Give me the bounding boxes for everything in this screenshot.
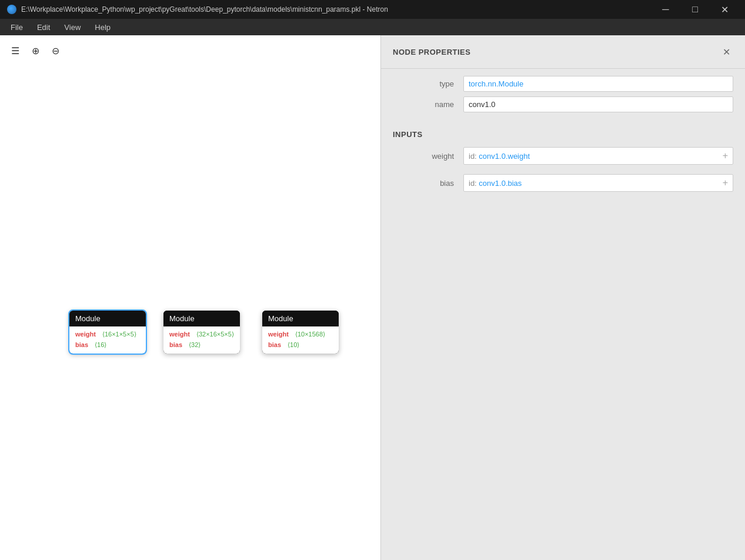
maximize-button[interactable]: □ — [681, 0, 709, 19]
module-node-1-weight-value: ⟨16×1×5×5⟩ — [102, 329, 136, 340]
bias-id-value: conv1.0.bias — [479, 179, 522, 188]
module-node-3-bias-row: bias ⟨10⟩ — [268, 340, 333, 351]
minimize-button[interactable]: ─ — [652, 0, 679, 19]
node-type-section: type torch.nn.Module name conv1.0 — [381, 69, 745, 124]
panel-close-button[interactable]: ✕ — [719, 45, 733, 59]
bias-input-row: bias id: conv1.0.bias + — [381, 171, 745, 195]
menu-file[interactable]: File — [5, 21, 29, 34]
toolbar: ☰ ⊕ ⊖ — [7, 42, 64, 59]
titlebar: E:\Workplace\Workplace_Python\wp_project… — [0, 0, 745, 19]
main-area: ☰ ⊕ ⊖ Module weight ⟨16×1×5×5⟩ bias — [0, 35, 745, 560]
weight-id-label: id: — [469, 152, 479, 161]
module-node-3-body: weight ⟨10×1568⟩ bias ⟨10⟩ — [262, 326, 339, 354]
module-node-3-weight-value: ⟨10×1568⟩ — [295, 329, 325, 340]
module-node-3-bias-label: bias — [268, 340, 281, 351]
bias-input-label: bias — [393, 179, 463, 188]
titlebar-left: E:\Workplace\Workplace_Python\wp_project… — [7, 5, 388, 14]
panel-header: NODE PROPERTIES ✕ — [381, 35, 745, 69]
panel-title: NODE PROPERTIES — [393, 48, 470, 56]
name-row: name conv1.0 — [393, 96, 733, 112]
name-label: name — [393, 100, 463, 109]
window-controls: ─ □ ✕ — [652, 0, 738, 19]
weight-input-text: id: conv1.0.weight — [469, 152, 530, 161]
weight-input-field[interactable]: id: conv1.0.weight + — [463, 147, 733, 165]
type-label: type — [393, 79, 463, 88]
list-icon: ☰ — [11, 45, 19, 56]
menubar: File Edit View Help — [0, 19, 745, 35]
bias-input-field[interactable]: id: conv1.0.bias + — [463, 174, 733, 192]
zoom-in-button[interactable]: ⊕ — [27, 42, 44, 59]
window-title: E:\Workplace\Workplace_Python\wp_project… — [21, 5, 388, 14]
zoom-out-button[interactable]: ⊖ — [47, 42, 64, 59]
list-button[interactable]: ☰ — [7, 42, 24, 59]
menu-help[interactable]: Help — [89, 21, 116, 34]
module-node-2-body: weight ⟨32×16×5×5⟩ bias ⟨32⟩ — [163, 326, 240, 354]
zoom-in-icon: ⊕ — [32, 45, 39, 56]
menu-view[interactable]: View — [58, 21, 86, 34]
module-node-1-weight-row: weight ⟨16×1×5×5⟩ — [75, 329, 140, 340]
module-node-1-bias-row: bias ⟨16⟩ — [75, 340, 140, 351]
module-node-2[interactable]: Module weight ⟨32×16×5×5⟩ bias ⟨32⟩ — [163, 311, 240, 354]
weight-plus-icon[interactable]: + — [723, 151, 728, 161]
weight-id-value: conv1.0.weight — [479, 152, 530, 161]
module-node-3-bias-value: ⟨10⟩ — [288, 340, 299, 351]
zoom-out-icon: ⊖ — [52, 45, 59, 56]
weight-input-label: weight — [393, 152, 463, 161]
module-node-2-weight-value: ⟨32×16×5×5⟩ — [196, 329, 234, 340]
module-node-2-weight-label: weight — [169, 329, 190, 340]
type-value: torch.nn.Module — [463, 76, 733, 92]
module-node-3[interactable]: Module weight ⟨10×1568⟩ bias ⟨10⟩ — [262, 311, 339, 354]
module-node-2-weight-row: weight ⟨32×16×5×5⟩ — [169, 329, 234, 340]
module-node-2-header: Module — [163, 311, 240, 326]
menu-edit[interactable]: Edit — [31, 21, 56, 34]
weight-input-row: weight id: conv1.0.weight + — [381, 144, 745, 168]
close-button[interactable]: ✕ — [711, 0, 738, 19]
module-node-3-weight-label: weight — [268, 329, 289, 340]
module-node-3-header: Module — [262, 311, 339, 326]
properties-panel: NODE PROPERTIES ✕ type torch.nn.Module n… — [380, 35, 745, 560]
canvas: ☰ ⊕ ⊖ Module weight ⟨16×1×5×5⟩ bias — [0, 35, 380, 560]
module-node-1-body: weight ⟨16×1×5×5⟩ bias ⟨16⟩ — [69, 326, 146, 354]
name-value: conv1.0 — [463, 96, 733, 112]
module-node-1[interactable]: Module weight ⟨16×1×5×5⟩ bias ⟨16⟩ — [69, 311, 146, 354]
module-node-2-bias-label: bias — [169, 340, 182, 351]
module-node-1-bias-value: ⟨16⟩ — [95, 340, 106, 351]
bias-input-text: id: conv1.0.bias — [469, 179, 522, 188]
module-node-1-header: Module — [69, 311, 146, 326]
module-node-1-bias-label: bias — [75, 340, 88, 351]
module-node-2-bias-row: bias ⟨32⟩ — [169, 340, 234, 351]
app-icon — [7, 5, 16, 14]
module-node-3-weight-row: weight ⟨10×1568⟩ — [268, 329, 333, 340]
module-node-2-bias-value: ⟨32⟩ — [189, 340, 201, 351]
bias-id-label: id: — [469, 179, 479, 188]
bias-plus-icon[interactable]: + — [723, 178, 728, 188]
type-row: type torch.nn.Module — [393, 76, 733, 92]
inputs-section-header: INPUTS — [381, 124, 745, 144]
module-node-1-weight-label: weight — [75, 329, 96, 340]
